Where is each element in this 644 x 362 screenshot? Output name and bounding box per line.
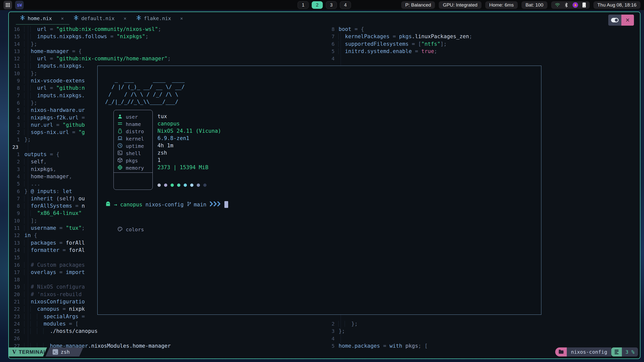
- code-text: boot = {: [339, 26, 364, 33]
- fetch-label: hname: [126, 121, 141, 127]
- code-line[interactable]: 15 inputs.nixpkgs.follows = "nixpkgs";: [12, 33, 334, 40]
- right-pane-top: 8boot = {7 kernelPackages = pkgs.linuxPa…: [330, 26, 632, 62]
- toggle-icon: [611, 18, 619, 22]
- lines-segment: [611, 347, 622, 356]
- code-line[interactable]: 16 url = "github:nix-community/nixos-wsl…: [12, 26, 334, 33]
- code-line[interactable]: 26: [12, 335, 334, 342]
- code-line[interactable]: 8boot = {: [330, 26, 632, 33]
- code-line[interactable]: 24 modules = [: [12, 320, 334, 328]
- palette-dot: [171, 184, 174, 187]
- prompt-branch: main: [194, 202, 207, 208]
- floating-terminal[interactable]: _ ___ ____ ____ / |/ (_)_ __/ __ \/ __/ …: [97, 66, 541, 315]
- code-text: # Custom packages: [24, 261, 85, 269]
- code-text: };: [24, 99, 37, 107]
- line-number: 15: [12, 254, 24, 261]
- tab-close-icon[interactable]: ×: [61, 16, 64, 21]
- code-text: home.packages = with pkgs; [: [339, 342, 428, 350]
- workspace-button-3[interactable]: 3: [326, 1, 337, 9]
- nix-snowflake-icon: [73, 15, 79, 22]
- fetch-label: distro: [126, 128, 144, 134]
- network-icon[interactable]: [555, 2, 560, 8]
- window-close-button[interactable]: ×: [621, 15, 634, 26]
- palette-dot: [164, 184, 167, 187]
- notification-flame-icon[interactable]: [572, 2, 578, 8]
- code-text: formatter = forAl: [24, 247, 85, 254]
- code-text: # NixOS configura: [24, 283, 85, 291]
- terminal-icon: [117, 150, 123, 157]
- statusline-right-pill: nixos-config 3 %: [555, 347, 638, 356]
- tab-close-icon[interactable]: ×: [124, 16, 126, 21]
- workspace-button-1[interactable]: 1: [298, 1, 309, 9]
- fetch-info-box: colors userhnamedistrokerneluptimeshellp…: [113, 110, 153, 190]
- shell-prompt[interactable]: → canopus nixos-config main: [105, 201, 228, 208]
- line-number: 6: [330, 40, 339, 48]
- code-text: kernelPackages = pkgs.linuxPackages_zen;: [339, 33, 472, 40]
- code-line[interactable]: 6 supportedFilesystems = ["ntfs"];: [330, 40, 632, 48]
- sliders-icon: [117, 121, 123, 127]
- fetch-value-distro: NixOS 24.11 (Vicuna): [157, 127, 221, 135]
- workspace-button-4[interactable]: 4: [340, 1, 351, 9]
- code-text: overlays = import: [24, 269, 85, 276]
- tab-label: flake.nix: [144, 15, 171, 21]
- code-line[interactable]: 2 };: [330, 320, 632, 328]
- line-number: 4: [12, 114, 24, 121]
- fetch-row-memory: memory: [114, 164, 152, 171]
- line-number: 9: [12, 77, 24, 84]
- gpu-pill[interactable]: GPU: Integrated: [439, 1, 481, 9]
- tab-flake.nix[interactable]: flake.nix×: [132, 12, 189, 25]
- phone-icon[interactable]: [582, 2, 586, 8]
- fetch-value-kernel: 6.9.8-zen1: [157, 135, 221, 142]
- fetch-label: uptime: [126, 143, 144, 149]
- line-number: 2: [12, 129, 24, 136]
- code-text: initrd.systemd.enable = true;: [339, 48, 437, 55]
- workspace-button-2[interactable]: 2: [312, 1, 323, 9]
- palette-dot: [190, 184, 193, 187]
- code-text: username = "tux";: [24, 224, 85, 232]
- code-line[interactable]: 12 url = "github:nix-community/home-mana…: [12, 55, 334, 62]
- power-profile-pill[interactable]: P: Balanced: [401, 1, 435, 9]
- close-icon: ×: [626, 17, 630, 24]
- vim-icon: V: [12, 349, 17, 355]
- fetch-divider: [114, 172, 152, 173]
- folder-icon: [559, 350, 564, 354]
- code-text: inputs.nixpkgs.follows = "nixpkgs";: [24, 33, 148, 40]
- code-text: self,: [24, 158, 47, 165]
- code-line[interactable]: 7 kernelPackages = pkgs.linuxPackages_ze…: [330, 33, 632, 40]
- code-text: };: [24, 40, 37, 48]
- tab-default.nix[interactable]: default.nix×: [69, 12, 132, 25]
- window-app-badge[interactable]: $W: [15, 1, 24, 9]
- tab-close-icon[interactable]: ×: [180, 16, 183, 21]
- code-line[interactable]: 3};: [330, 328, 632, 335]
- fetch-label: kernel: [126, 136, 144, 142]
- app-launcher-button[interactable]: [4, 1, 12, 9]
- ping-pill[interactable]: Home: 6ms: [485, 1, 518, 9]
- line-number: 4: [330, 335, 339, 342]
- code-line[interactable]: 25 ./hosts/canopus: [12, 328, 334, 335]
- clock[interactable]: Thu Aug 08, 18:16: [593, 1, 640, 9]
- fetch-row-colors: colors: [114, 226, 152, 233]
- code-line[interactable]: 4: [330, 335, 632, 342]
- code-line[interactable]: 13 home-manager = {: [12, 48, 334, 55]
- line-number: 26: [12, 335, 24, 342]
- line-number: 16: [12, 261, 24, 269]
- line-number: 1: [12, 151, 24, 158]
- fetch-label: user: [126, 114, 138, 120]
- line-number: 4: [12, 173, 24, 180]
- bluetooth-icon[interactable]: [564, 2, 569, 8]
- code-text: };: [24, 70, 37, 77]
- code-text: nixos-hardware.ur: [24, 107, 85, 114]
- fetch-row-pkgs: pkgs: [114, 157, 152, 164]
- statusline-mode-segment: V TERMINAL: [9, 347, 47, 356]
- battery-pill[interactable]: Bat: 100: [521, 1, 547, 9]
- code-text: supportedFilesystems = ["ntfs"];: [339, 40, 447, 48]
- line-number: 14: [12, 247, 24, 254]
- prompt-arrow: →: [114, 202, 117, 208]
- code-line[interactable]: 4: [330, 55, 632, 62]
- penguin-icon: [117, 128, 123, 135]
- float-toggle-button[interactable]: [608, 15, 621, 26]
- code-line[interactable]: 5 initrd.systemd.enable = true;: [330, 48, 632, 55]
- ghost-icon: [105, 201, 111, 208]
- topbar-right-group: P: Balanced GPU: Integrated Home: 6ms Ba…: [401, 1, 640, 9]
- code-line[interactable]: 14 };: [12, 40, 334, 48]
- tab-home.nix[interactable]: home.nix×: [16, 12, 69, 25]
